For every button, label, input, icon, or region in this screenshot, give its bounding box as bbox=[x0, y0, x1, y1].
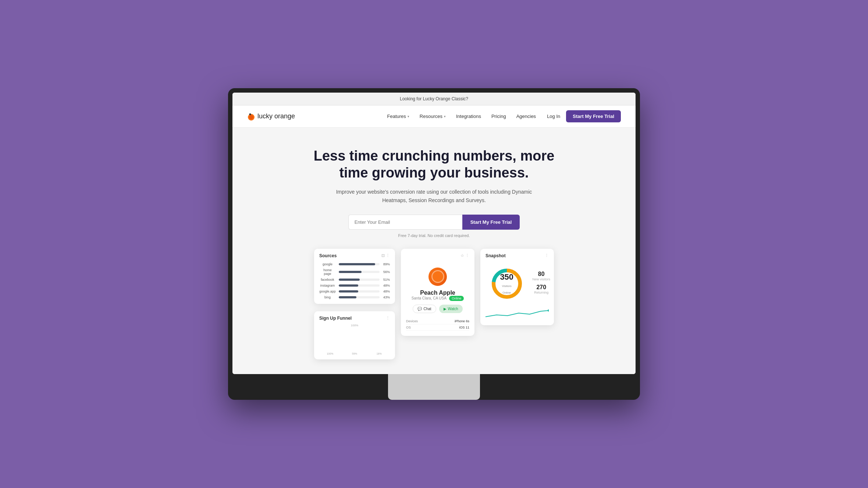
nav-trial-button[interactable]: Start My Free Trial bbox=[566, 110, 621, 122]
snapshot-title: Snapshot bbox=[485, 253, 506, 258]
visitor-actions: 💬 Chat ▶ Watch bbox=[401, 305, 474, 313]
list-item: bing 43% bbox=[314, 294, 395, 300]
nav-features[interactable]: Features ▾ bbox=[387, 114, 409, 119]
nav-actions: Log In Start My Free Trial bbox=[547, 110, 621, 122]
returning-stat: 270 Returning bbox=[532, 284, 550, 294]
nav-resources[interactable]: Resources ▾ bbox=[420, 114, 446, 119]
list-item: google.app 48% bbox=[314, 288, 395, 294]
chat-icon: 💬 bbox=[417, 307, 422, 311]
trial-note: Free 7-day trial. No credit card require… bbox=[247, 233, 621, 238]
funnel-top-label: 100% bbox=[314, 324, 395, 330]
hero-section: Less time crunching numbers, more time g… bbox=[232, 128, 636, 374]
list-item: home page 56% bbox=[314, 267, 395, 277]
logo-text: lucky orange bbox=[257, 112, 295, 120]
snapshot-donut: 350 Visitors Online bbox=[490, 267, 523, 300]
snapshot-card-actions: ⋮ bbox=[545, 253, 549, 258]
visitors-online-count: 350 bbox=[498, 272, 515, 282]
navbar: lucky orange Features ▾ Resources ▾ Inte… bbox=[232, 105, 636, 128]
svg-point-2 bbox=[249, 113, 251, 115]
new-visitors-label: New visitors bbox=[532, 277, 550, 281]
snapshot-inner: 350 Visitors Online 80 New visitors bbox=[480, 261, 554, 308]
nav-agencies[interactable]: Agencies bbox=[516, 114, 536, 119]
funnel-title: Sign Up Funnel bbox=[319, 316, 352, 321]
snapshot-sparkline bbox=[480, 308, 554, 325]
visitors-online-label: Visitors Online bbox=[502, 284, 512, 294]
watch-icon: ▶ bbox=[444, 307, 447, 311]
snapshot-donut-area: 350 Visitors Online bbox=[484, 261, 529, 304]
online-badge: Online bbox=[449, 296, 464, 301]
list-item: instagram 48% bbox=[314, 283, 395, 288]
snapshot-card-header: Snapshot ⋮ bbox=[480, 249, 554, 261]
hero-title: Less time crunching numbers, more time g… bbox=[305, 148, 563, 181]
funnel-card-actions: ⋮ bbox=[386, 316, 390, 320]
login-button[interactable]: Log In bbox=[547, 114, 560, 119]
visitor-location: Santa Clara, CA USA Online bbox=[401, 296, 474, 300]
monitor-stand bbox=[388, 374, 480, 400]
sparkline-chart bbox=[485, 308, 549, 319]
announcement-bar: Looking for Lucky Orange Classic? bbox=[232, 93, 636, 105]
snapshot-stats: 80 New visitors 270 Returning bbox=[529, 261, 550, 304]
returning-label: Returning bbox=[532, 291, 550, 294]
list-item: google 89% bbox=[314, 261, 395, 267]
svg-point-6 bbox=[548, 309, 549, 312]
list-item: facebook 51% bbox=[314, 277, 395, 283]
table-row: OS iOS 11 bbox=[406, 324, 469, 331]
visitor-name: Peach Apple bbox=[401, 290, 474, 296]
email-input[interactable] bbox=[348, 215, 462, 230]
visitor-avatar bbox=[428, 268, 447, 286]
funnel-card: Sign Up Funnel ⋮ 100% 100% bbox=[314, 311, 395, 359]
chevron-down-icon: ▾ bbox=[408, 115, 409, 118]
screen: Looking for Lucky Orange Classic? lucky … bbox=[232, 93, 636, 374]
visitor-info: Devices iPhone 6s OS iOS 11 bbox=[401, 318, 474, 336]
donut-center: 350 Visitors Online bbox=[498, 272, 515, 295]
logo[interactable]: lucky orange bbox=[247, 112, 295, 121]
dashboard-preview: Sources ⊡ ⋮ google 89% home page bbox=[247, 249, 621, 359]
monitor: Looking for Lucky Orange Classic? lucky … bbox=[228, 88, 640, 400]
chat-button[interactable]: 💬 Chat bbox=[413, 305, 436, 313]
sources-rows: google 89% home page 56% facebook bbox=[314, 261, 395, 300]
new-visitors-count: 80 bbox=[532, 271, 550, 277]
email-form: Start My Free Trial bbox=[247, 215, 621, 230]
sources-title: Sources bbox=[319, 253, 337, 258]
funnel-chart: 100% 59% 18% bbox=[314, 330, 395, 359]
watch-button[interactable]: ▶ Watch bbox=[439, 305, 463, 313]
visitor-card: ☆ ⋮ Peach Apple Santa Clara, CA USA Onli… bbox=[401, 249, 474, 336]
announcement-text: Looking for Lucky Orange Classic? bbox=[400, 96, 468, 101]
visitor-card-actions: ☆ ⋮ bbox=[460, 253, 469, 258]
nav-links: Features ▾ Resources ▾ Integrations Pric… bbox=[387, 114, 536, 119]
left-column: Sources ⊡ ⋮ google 89% home page bbox=[314, 249, 395, 359]
snapshot-card: Snapshot ⋮ 3 bbox=[480, 249, 554, 325]
new-visitors-stat: 80 New visitors bbox=[532, 271, 550, 281]
sources-card-header: Sources ⊡ ⋮ bbox=[314, 249, 395, 261]
visitor-card-header: ☆ ⋮ bbox=[401, 249, 474, 261]
chevron-down-icon: ▾ bbox=[444, 115, 446, 118]
sources-card-actions: ⊡ ⋮ bbox=[381, 253, 390, 258]
sources-card: Sources ⊡ ⋮ google 89% home page bbox=[314, 249, 395, 304]
logo-icon bbox=[247, 112, 255, 121]
svg-point-1 bbox=[249, 115, 253, 119]
nav-integrations[interactable]: Integrations bbox=[456, 114, 481, 119]
funnel-card-header: Sign Up Funnel ⋮ bbox=[314, 311, 395, 324]
table-row: Devices iPhone 6s bbox=[406, 318, 469, 324]
returning-count: 270 bbox=[532, 284, 550, 291]
hero-trial-button[interactable]: Start My Free Trial bbox=[462, 215, 520, 230]
nav-pricing[interactable]: Pricing bbox=[491, 114, 506, 119]
hero-subtitle: Improve your website's conversion rate u… bbox=[331, 188, 537, 204]
